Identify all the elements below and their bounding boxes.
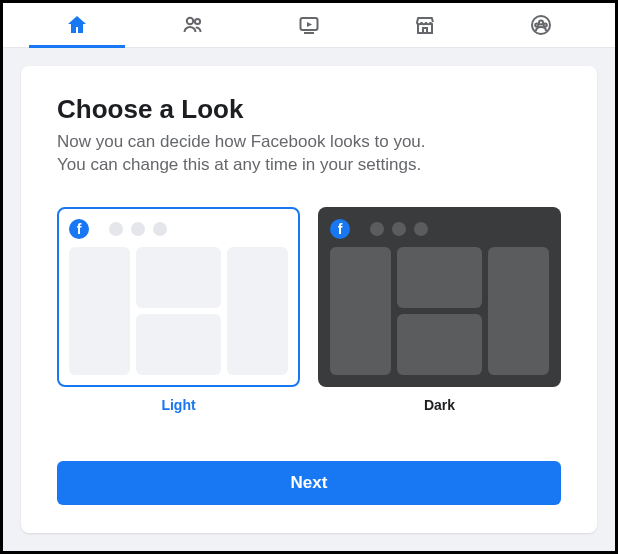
preview-col	[227, 247, 288, 375]
theme-options: f	[57, 207, 561, 413]
nav-home[interactable]	[19, 3, 135, 47]
svg-point-1	[195, 19, 200, 24]
dot-icon	[153, 222, 167, 236]
nav-marketplace[interactable]	[367, 3, 483, 47]
dot-icon	[370, 222, 384, 236]
dot-icon	[131, 222, 145, 236]
preview-col	[69, 247, 130, 375]
preview-block	[397, 314, 482, 375]
theme-label-dark: Dark	[424, 397, 455, 413]
card-subtitle: Now you can decide how Facebook looks to…	[57, 131, 561, 177]
facebook-logo-icon: f	[330, 219, 350, 239]
dot-icon	[109, 222, 123, 236]
preview-block	[136, 314, 221, 375]
svg-point-0	[187, 18, 193, 24]
nav-friends[interactable]	[135, 3, 251, 47]
marketplace-icon	[413, 13, 437, 37]
theme-option-dark[interactable]: f	[318, 207, 561, 413]
groups-icon	[529, 13, 553, 37]
home-icon	[65, 13, 89, 37]
preview-header: f	[330, 219, 549, 239]
svg-point-5	[539, 21, 543, 25]
dot-icon	[392, 222, 406, 236]
theme-preview-light: f	[57, 207, 300, 387]
dot-icon	[414, 222, 428, 236]
theme-label-light: Light	[161, 397, 195, 413]
preview-body	[330, 247, 549, 375]
preview-dots	[370, 222, 428, 236]
preview-mid	[397, 247, 482, 375]
svg-point-6	[535, 23, 538, 26]
preview-col	[488, 247, 549, 375]
facebook-logo-icon: f	[69, 219, 89, 239]
card-title: Choose a Look	[57, 94, 561, 125]
preview-block	[136, 247, 221, 308]
appearance-card: Choose a Look Now you can decide how Fac…	[21, 66, 597, 533]
preview-block	[397, 247, 482, 308]
preview-header: f	[69, 219, 288, 239]
page-body: Choose a Look Now you can decide how Fac…	[3, 48, 615, 551]
watch-icon	[297, 13, 321, 37]
preview-body	[69, 247, 288, 375]
preview-mid	[136, 247, 221, 375]
friends-icon	[181, 13, 205, 37]
svg-point-7	[544, 23, 547, 26]
preview-dots	[109, 222, 167, 236]
theme-preview-dark: f	[318, 207, 561, 387]
nav-groups[interactable]	[483, 3, 599, 47]
next-button[interactable]: Next	[57, 461, 561, 505]
subtitle-line-1: Now you can decide how Facebook looks to…	[57, 132, 426, 151]
top-nav	[3, 3, 615, 48]
nav-watch[interactable]	[251, 3, 367, 47]
theme-option-light[interactable]: f	[57, 207, 300, 413]
preview-col	[330, 247, 391, 375]
subtitle-line-2: You can change this at any time in your …	[57, 155, 421, 174]
